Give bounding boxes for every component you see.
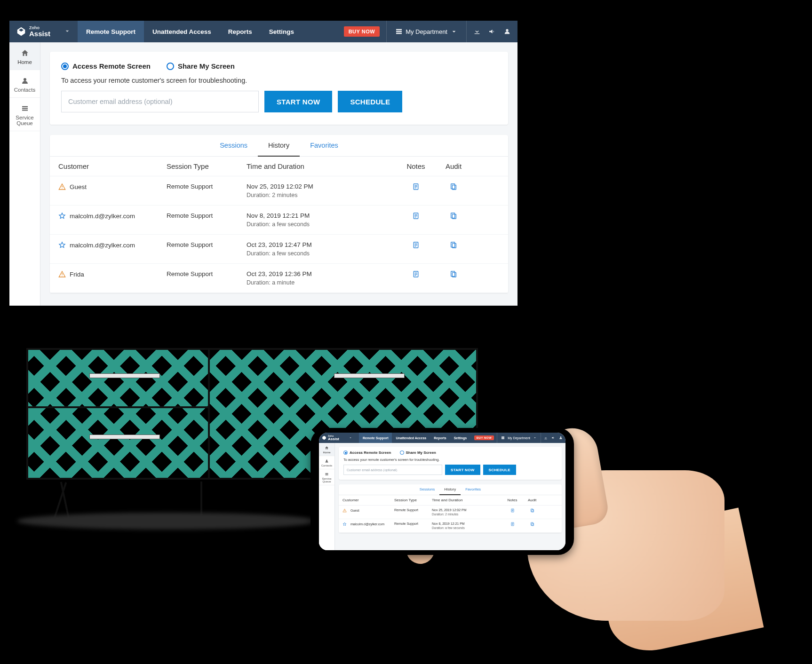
svg-rect-2 xyxy=(451,184,455,189)
start-now-button[interactable]: START NOW xyxy=(264,91,332,112)
audit-icon xyxy=(450,183,457,190)
buy-now-button[interactable]: BUY NOW xyxy=(474,435,494,440)
sessions-listcard: Sessions History Favorites Customer Sess… xyxy=(50,135,508,293)
tab-sessions[interactable]: Sessions xyxy=(209,135,258,156)
chevron-down-icon xyxy=(64,27,71,35)
audit-button[interactable] xyxy=(522,508,542,513)
department-label: My Department xyxy=(508,436,530,440)
tab-sessions[interactable]: Sessions xyxy=(415,484,439,495)
audit-icon xyxy=(450,270,457,278)
customer-email-input[interactable] xyxy=(343,465,442,475)
department-selector[interactable]: My Department xyxy=(497,433,541,443)
time-cell: Nov 25, 2019 12:02 PMDuration: 2 minutes xyxy=(247,183,397,198)
user-icon[interactable] xyxy=(503,28,511,35)
audit-button[interactable] xyxy=(435,183,472,192)
notes-button[interactable] xyxy=(502,508,522,513)
service-queue-icon xyxy=(21,104,29,113)
duration-text: Duration: 2 minutes xyxy=(432,513,502,516)
nav-settings[interactable]: Settings xyxy=(261,21,303,42)
table-row: malcolm.d@zylker.comRemote SupportNov 8,… xyxy=(50,206,508,235)
radio-dot-icon xyxy=(343,451,348,455)
tab-favorites[interactable]: Favorites xyxy=(300,135,349,156)
radio-share-my-screen[interactable]: Share My Screen xyxy=(400,451,436,455)
access-card: Access Remote Screen Share My Screen To … xyxy=(50,52,508,125)
col-notes: Notes xyxy=(502,498,522,502)
notes-button[interactable] xyxy=(397,212,435,221)
notes-button[interactable] xyxy=(502,522,522,527)
audit-button[interactable] xyxy=(522,522,542,527)
customer-name: Guest xyxy=(70,183,87,190)
table-row: GuestRemote SupportNov 25, 2019 12:02 PM… xyxy=(50,176,508,206)
sidebar-item-contacts[interactable]: Contacts xyxy=(9,70,40,98)
duration-text: Duration: a minute xyxy=(247,279,397,286)
download-icon[interactable] xyxy=(544,436,548,440)
radio-dot-icon xyxy=(167,63,174,70)
brand: Zoho Assist xyxy=(9,26,57,37)
svg-rect-16 xyxy=(531,509,533,512)
customer-name: malcolm.d@zylker.com xyxy=(70,213,135,220)
svg-point-10 xyxy=(62,276,62,276)
nav-reports[interactable]: Reports xyxy=(220,21,261,42)
radio-access-remote-screen[interactable]: Access Remote Screen xyxy=(61,62,151,70)
sidebar-item-home[interactable]: Home xyxy=(9,42,40,70)
nav-unattended-access[interactable]: Unattended Access xyxy=(144,21,220,42)
nav-remote-support[interactable]: Remote Support xyxy=(359,433,392,443)
notes-button[interactable] xyxy=(397,183,435,192)
audit-icon xyxy=(450,241,457,249)
drawer-handle xyxy=(89,435,160,439)
radio-share-my-screen[interactable]: Share My Screen xyxy=(167,62,235,70)
customer-name: malcolm.d@zylker.com xyxy=(70,242,135,249)
buy-now-button[interactable]: BUY NOW xyxy=(344,26,380,37)
app-window: Zoho Assist Remote Support Unattended Ac… xyxy=(9,21,517,306)
tab-history[interactable]: History xyxy=(258,135,300,157)
time-cell: Nov 8, 2019 12:21 PMDuration: a few seco… xyxy=(247,212,397,228)
star-outline-icon xyxy=(58,212,66,220)
notes-icon xyxy=(510,508,515,513)
start-now-button[interactable]: START NOW xyxy=(445,465,480,475)
brand-dropdown[interactable] xyxy=(342,436,359,440)
user-icon[interactable] xyxy=(559,436,563,440)
notes-button[interactable] xyxy=(397,241,435,250)
warning-icon xyxy=(58,183,66,190)
nav-unattended-access[interactable]: Unattended Access xyxy=(392,433,430,443)
sidebar-item-service-queue[interactable]: Service Queue xyxy=(9,98,40,131)
table-row: GuestRemote SupportNov 25, 2019 12:02 PM… xyxy=(339,506,562,519)
col-session-type: Session Type xyxy=(394,498,432,502)
nav-reports[interactable]: Reports xyxy=(430,433,450,443)
schedule-button[interactable]: SCHEDULE xyxy=(338,91,402,112)
col-session-type: Session Type xyxy=(167,162,247,170)
time-cell: Oct 23, 2019 12:36 PMDuration: a minute xyxy=(247,270,397,286)
download-icon[interactable] xyxy=(473,28,481,35)
brand-dropdown[interactable] xyxy=(57,27,78,36)
tab-history[interactable]: History xyxy=(439,484,461,495)
radio-dot-icon xyxy=(61,63,69,70)
department-selector[interactable]: My Department xyxy=(386,21,467,42)
audit-button[interactable] xyxy=(435,212,472,221)
nav-remote-support[interactable]: Remote Support xyxy=(78,21,144,42)
customer-cell: malcolm.d@zylker.com xyxy=(58,212,167,220)
sidebar-item-contacts[interactable]: Contacts xyxy=(319,456,334,469)
customer-email-input[interactable] xyxy=(61,91,259,112)
customer-name: Frida xyxy=(70,271,84,278)
schedule-button[interactable]: SCHEDULE xyxy=(483,465,516,475)
audit-button[interactable] xyxy=(435,270,472,279)
nav-settings[interactable]: Settings xyxy=(450,433,471,443)
customer-cell: Guest xyxy=(58,183,167,190)
megaphone-icon[interactable] xyxy=(551,436,555,440)
sidebar-service-queue-label: Service Queue xyxy=(322,477,331,483)
hand-holding-phone: Zoho Assist Remote Support Unattended Ac… xyxy=(301,390,724,635)
drawer-handle xyxy=(89,373,160,378)
drawer-handle xyxy=(334,373,405,378)
col-customer: Customer xyxy=(342,498,394,502)
audit-icon xyxy=(530,508,534,513)
notes-button[interactable] xyxy=(397,270,435,279)
customer-cell: malcolm.d@zylker.com xyxy=(58,241,167,249)
duration-text: Duration: 2 minutes xyxy=(247,192,397,198)
sidebar-item-service-queue[interactable]: Service Queue xyxy=(319,469,334,485)
sidebar-item-home[interactable]: Home xyxy=(319,443,334,456)
radio-access-remote-screen[interactable]: Access Remote Screen xyxy=(343,451,391,455)
tab-favorites[interactable]: Favorites xyxy=(461,484,486,495)
megaphone-icon[interactable] xyxy=(488,28,496,35)
audit-button[interactable] xyxy=(435,241,472,250)
department-label: My Department xyxy=(406,28,447,35)
